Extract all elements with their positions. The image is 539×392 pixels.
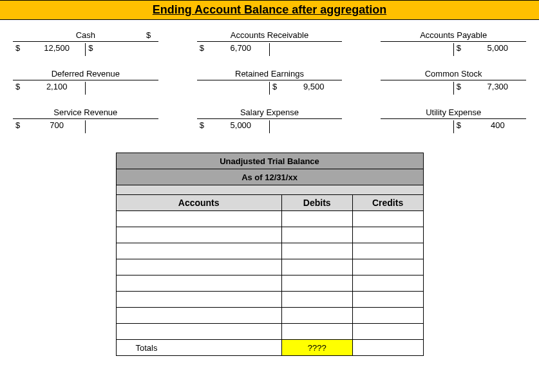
currency-symbol: $	[86, 43, 101, 53]
t-account-common-stock: Common Stock $ 7,300	[381, 68, 526, 95]
account-name: Salary Expense	[216, 107, 323, 117]
column-header-credits: Credits	[352, 195, 423, 211]
currency-symbol: $	[13, 82, 28, 91]
table-row	[116, 324, 423, 340]
column-header-accounts: Accounts	[116, 195, 281, 211]
totals-row: Totals ????	[116, 340, 423, 356]
t-account-retained-earnings: Retained Earnings $ 9,500	[197, 68, 343, 95]
table-row	[116, 308, 423, 324]
credit-value: 2,100	[28, 82, 85, 91]
t-account-salary-expense: Salary Expense $ 5,000	[197, 106, 343, 133]
currency-symbol: $	[454, 82, 469, 91]
table-row	[116, 211, 423, 227]
totals-label: Totals	[116, 340, 281, 356]
account-name: Accounts Payable	[400, 30, 507, 40]
account-name: Utility Expense	[400, 107, 507, 117]
t-account-accounts-payable: Accounts Payable $ 5,000	[381, 29, 526, 56]
trial-balance-subtitle: As of 12/31/xx	[116, 169, 423, 185]
currency-symbol: $	[454, 43, 469, 53]
t-account-deferred-revenue: Deferred Revenue $ 2,100	[13, 68, 158, 95]
t-account-service-revenue: Service Revenue $ 700	[13, 106, 158, 133]
table-row	[116, 227, 423, 243]
t-accounts-grid: Cash $ $ 12,500 $ Accounts Receivable $ …	[0, 20, 539, 133]
t-account-cash: Cash $ $ 12,500 $	[13, 29, 158, 56]
table-row	[116, 243, 423, 259]
account-header-right: $	[139, 30, 158, 40]
account-name: Cash	[32, 30, 139, 40]
currency-symbol: $	[13, 43, 28, 53]
credit-value: 700	[28, 120, 85, 130]
table-row	[116, 292, 423, 308]
spacer-row	[116, 185, 423, 195]
account-name: Accounts Receivable	[216, 30, 323, 40]
credit-value: 9,500	[285, 82, 342, 91]
column-header-debits: Debits	[281, 195, 352, 211]
page-title: Ending Account Balance after aggregation	[0, 0, 539, 20]
debit-value: 6,700	[213, 43, 269, 53]
t-account-accounts-receivable: Accounts Receivable $ 6,700	[197, 29, 343, 56]
credit-value: 7,300	[469, 82, 526, 91]
debit-value: 5,000	[213, 120, 269, 130]
currency-symbol: $	[197, 120, 213, 130]
account-name: Retained Earnings	[216, 69, 323, 79]
currency-symbol: $	[454, 120, 469, 130]
trial-balance-table: Unadjusted Trial Balance As of 12/31/xx …	[116, 153, 424, 356]
trial-balance-title: Unadjusted Trial Balance	[116, 153, 423, 169]
account-name: Service Revenue	[32, 107, 139, 117]
account-name: Common Stock	[400, 69, 507, 79]
currency-symbol: $	[197, 43, 213, 53]
t-account-utility-expense: Utility Expense $ 400	[381, 106, 526, 133]
currency-symbol: $	[270, 82, 285, 91]
debit-value: 400	[469, 120, 526, 130]
totals-credits	[352, 340, 423, 356]
account-name: Deferred Revenue	[32, 69, 139, 79]
table-row	[116, 275, 423, 292]
table-row	[116, 259, 423, 275]
totals-debits: ????	[281, 340, 352, 356]
currency-symbol: $	[13, 120, 28, 130]
credit-value: 5,000	[469, 43, 526, 53]
debit-value: 12,500	[28, 43, 85, 53]
